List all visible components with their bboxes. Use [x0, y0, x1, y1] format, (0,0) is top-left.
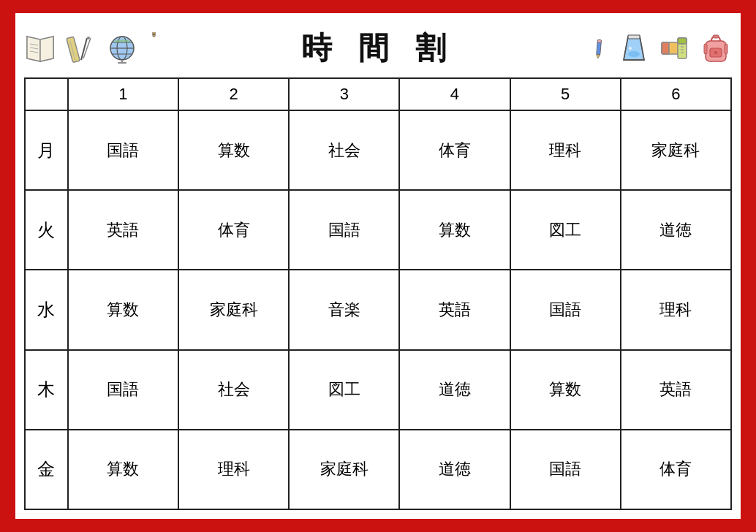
cell-2-3: 英語 — [399, 270, 510, 349]
svg-rect-8 — [67, 37, 80, 62]
cell-4-0: 算数 — [68, 430, 178, 509]
svg-rect-47 — [725, 44, 727, 54]
svg-rect-30 — [628, 35, 640, 39]
cell-3-1: 社会 — [178, 350, 289, 430]
cell-4-4: 国語 — [510, 430, 621, 509]
eraser-icon — [659, 32, 691, 64]
cell-3-0: 国語 — [68, 350, 178, 430]
svg-point-24 — [153, 34, 155, 36]
day-label-4: 金 — [25, 430, 68, 509]
cell-2-5: 理科 — [621, 270, 731, 349]
svg-rect-37 — [678, 38, 687, 44]
cell-1-5: 道徳 — [621, 190, 731, 270]
svg-rect-46 — [704, 44, 707, 54]
svg-rect-19 — [118, 62, 126, 64]
cell-1-2: 国語 — [289, 190, 399, 270]
book-icon — [24, 32, 56, 64]
cell-0-3: 体育 — [399, 110, 510, 190]
svg-point-33 — [629, 47, 632, 50]
period-3-header: 3 — [289, 78, 399, 110]
cell-2-1: 家庭科 — [178, 270, 289, 349]
cell-1-0: 英語 — [68, 190, 178, 270]
backpack-icon — [700, 32, 732, 64]
corner-cell — [25, 78, 68, 110]
globe-icon — [106, 32, 138, 64]
cell-1-3: 算数 — [399, 190, 510, 270]
icons-right — [589, 32, 732, 64]
cell-0-4: 理科 — [510, 110, 621, 190]
cell-0-2: 社会 — [289, 110, 399, 190]
cell-0-0: 国語 — [68, 110, 178, 190]
cell-1-1: 体育 — [178, 190, 289, 270]
cell-3-3: 道徳 — [399, 350, 510, 430]
cell-4-5: 体育 — [621, 430, 731, 509]
period-6-header: 6 — [621, 78, 731, 110]
icons-left — [24, 32, 167, 64]
cell-3-5: 英語 — [621, 350, 731, 430]
cell-0-1: 算数 — [178, 110, 289, 190]
cell-4-1: 理科 — [178, 430, 289, 509]
cell-2-0: 算数 — [68, 270, 178, 349]
flask-icon — [618, 32, 650, 64]
svg-rect-45 — [713, 35, 719, 38]
svg-marker-26 — [596, 55, 600, 59]
cell-3-4: 算数 — [510, 350, 621, 430]
schedule-row-4: 金算数理科家庭科道徳国語体育 — [25, 430, 731, 509]
schedule-row-2: 水算数家庭科音楽英語国語理科 — [25, 270, 731, 349]
period-1-header: 1 — [68, 78, 178, 110]
flute-icon — [147, 32, 167, 64]
ruler-compass-icon — [65, 32, 97, 64]
day-label-3: 木 — [25, 350, 68, 430]
period-5-header: 5 — [510, 78, 621, 110]
cell-2-2: 音楽 — [289, 270, 399, 349]
schedule-row-1: 火英語体育国語算数図工道徳 — [25, 190, 731, 270]
day-label-2: 水 — [25, 270, 68, 349]
period-2-header: 2 — [178, 78, 289, 110]
period-4-header: 4 — [399, 78, 510, 110]
cell-2-4: 国語 — [510, 270, 621, 349]
svg-marker-3 — [27, 37, 40, 61]
svg-rect-35 — [662, 42, 669, 54]
svg-point-12 — [87, 37, 90, 39]
cell-1-4: 図工 — [510, 190, 621, 270]
svg-marker-4 — [40, 37, 53, 61]
pencil-icon — [589, 32, 609, 64]
header-row: 1 2 3 4 5 6 — [25, 78, 731, 110]
schedule-row-3: 木国語社会図工道徳算数英語 — [25, 350, 731, 430]
cell-4-3: 道徳 — [399, 430, 510, 509]
day-label-0: 月 — [25, 110, 68, 190]
svg-rect-27 — [597, 39, 601, 42]
day-label-1: 火 — [25, 190, 68, 270]
cell-3-2: 図工 — [289, 350, 399, 430]
svg-point-32 — [628, 51, 640, 57]
page-title: 時 間 割 — [301, 28, 454, 69]
cell-4-2: 家庭科 — [289, 430, 399, 509]
cell-0-5: 家庭科 — [621, 110, 731, 190]
schedule-row-0: 月国語算数社会体育理科家庭科 — [25, 110, 731, 190]
header: 時 間 割 — [24, 19, 732, 77]
schedule-table: 1 2 3 4 5 6 月国語算数社会体育理科家庭科火英語体育国語算数図工道徳水… — [24, 77, 732, 510]
main-container: 時 間 割 — [12, 10, 744, 522]
svg-point-44 — [714, 51, 717, 54]
